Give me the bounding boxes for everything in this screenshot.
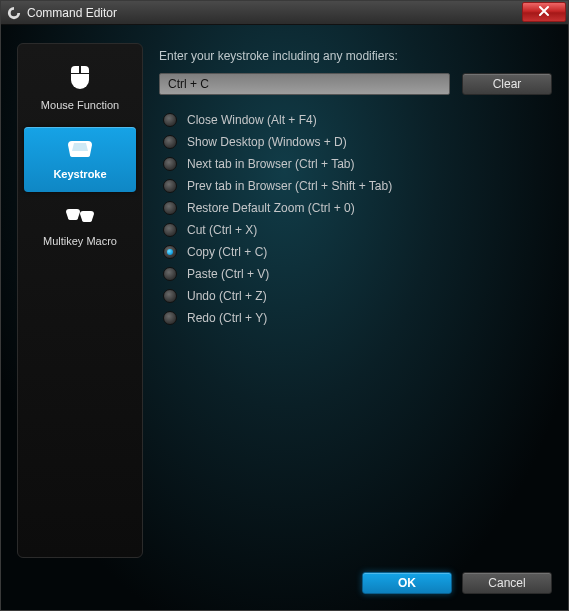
- svg-rect-1: [71, 73, 89, 74]
- keystroke-input-row: Clear: [159, 73, 552, 95]
- keycap-icon: [66, 137, 94, 162]
- sidebar-item-multikey-macro[interactable]: Multikey Macro: [24, 196, 136, 259]
- preset-option[interactable]: Next tab in Browser (Ctrl + Tab): [163, 157, 552, 171]
- radio-icon: [163, 157, 177, 171]
- preset-option-label: Cut (Ctrl + X): [187, 223, 257, 237]
- sidebar-item-label: Keystroke: [53, 168, 106, 180]
- radio-icon: [163, 245, 177, 259]
- window-body: Mouse Function Keystroke: [1, 25, 568, 610]
- preset-option[interactable]: Restore Default Zoom (Ctrl + 0): [163, 201, 552, 215]
- radio-icon: [163, 223, 177, 237]
- radio-icon: [163, 289, 177, 303]
- preset-list: Close Window (Alt + F4)Show Desktop (Win…: [159, 113, 552, 325]
- sidebar-item-keystroke[interactable]: Keystroke: [24, 127, 136, 192]
- logitech-g-logo-icon: [7, 6, 21, 20]
- window-title: Command Editor: [27, 6, 117, 20]
- sidebar-item-mouse-function[interactable]: Mouse Function: [24, 54, 136, 123]
- svg-rect-0: [79, 66, 81, 74]
- radio-icon: [163, 311, 177, 325]
- radio-icon: [163, 135, 177, 149]
- close-icon: [538, 5, 550, 20]
- clear-button-label: Clear: [493, 77, 522, 91]
- preset-option[interactable]: Undo (Ctrl + Z): [163, 289, 552, 303]
- clear-button[interactable]: Clear: [462, 73, 552, 95]
- cancel-button-label: Cancel: [488, 576, 525, 590]
- preset-option[interactable]: Close Window (Alt + F4): [163, 113, 552, 127]
- radio-icon: [163, 113, 177, 127]
- preset-option-label: Show Desktop (Windows + D): [187, 135, 347, 149]
- keystroke-panel: Enter your keystroke including any modif…: [159, 43, 552, 558]
- mouse-icon: [69, 64, 91, 93]
- category-sidebar: Mouse Function Keystroke: [17, 43, 143, 558]
- macro-keys-icon: [65, 206, 95, 229]
- preset-option[interactable]: Show Desktop (Windows + D): [163, 135, 552, 149]
- preset-option-label: Next tab in Browser (Ctrl + Tab): [187, 157, 355, 171]
- ok-button[interactable]: OK: [362, 572, 452, 594]
- main-row: Mouse Function Keystroke: [17, 43, 552, 558]
- command-editor-window: Command Editor Mouse Function: [0, 0, 569, 611]
- close-button[interactable]: [522, 2, 566, 22]
- preset-option[interactable]: Cut (Ctrl + X): [163, 223, 552, 237]
- titlebar: Command Editor: [1, 1, 568, 25]
- preset-option[interactable]: Prev tab in Browser (Ctrl + Shift + Tab): [163, 179, 552, 193]
- preset-option-label: Prev tab in Browser (Ctrl + Shift + Tab): [187, 179, 392, 193]
- keystroke-input[interactable]: [159, 73, 450, 95]
- cancel-button[interactable]: Cancel: [462, 572, 552, 594]
- preset-option-label: Undo (Ctrl + Z): [187, 289, 267, 303]
- radio-icon: [163, 201, 177, 215]
- footer: OK Cancel: [17, 558, 552, 594]
- preset-option-label: Redo (Ctrl + Y): [187, 311, 267, 325]
- ok-button-label: OK: [398, 576, 416, 590]
- preset-option[interactable]: Copy (Ctrl + C): [163, 245, 552, 259]
- radio-icon: [163, 179, 177, 193]
- sidebar-item-label: Multikey Macro: [43, 235, 117, 247]
- radio-icon: [163, 267, 177, 281]
- sidebar-item-label: Mouse Function: [41, 99, 119, 111]
- preset-option[interactable]: Paste (Ctrl + V): [163, 267, 552, 281]
- preset-option-label: Close Window (Alt + F4): [187, 113, 317, 127]
- prompt-text: Enter your keystroke including any modif…: [159, 49, 552, 63]
- preset-option-label: Copy (Ctrl + C): [187, 245, 267, 259]
- preset-option-label: Restore Default Zoom (Ctrl + 0): [187, 201, 355, 215]
- preset-option[interactable]: Redo (Ctrl + Y): [163, 311, 552, 325]
- preset-option-label: Paste (Ctrl + V): [187, 267, 269, 281]
